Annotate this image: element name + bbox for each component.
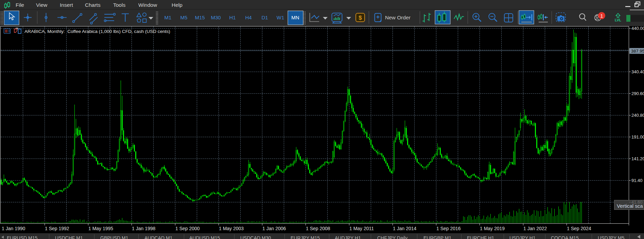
svg-text:M5: M5: [180, 15, 188, 20]
svg-text:USDCAD M30: USDCAD M30: [240, 235, 271, 239]
svg-text:1 Jan 2006: 1 Jan 2006: [262, 226, 286, 231]
svg-text:1 Sep 2016: 1 Sep 2016: [436, 226, 461, 231]
svg-text:H4: H4: [245, 15, 251, 20]
svg-text:EURUSD M15: EURUSD M15: [7, 235, 37, 239]
svg-text:LVL: LVL: [615, 18, 622, 22]
svg-text:EURJPY M15: EURJPY M15: [291, 235, 320, 239]
svg-text:M15: M15: [195, 15, 205, 20]
svg-text:$: $: [359, 15, 362, 21]
svg-text:H1: H1: [229, 15, 236, 20]
svg-text:141.20: 141.20: [631, 156, 644, 161]
svg-text:Help: Help: [172, 2, 182, 8]
svg-text:1 Jan 1998: 1 Jan 1998: [132, 226, 155, 231]
svg-text:D1: D1: [261, 15, 268, 20]
svg-text:1 May 1995: 1 May 1995: [88, 226, 113, 231]
svg-text:USDCHF M1: USDCHF M1: [55, 235, 83, 239]
svg-text:191.00: 191.00: [631, 134, 644, 140]
svg-text:Window: Window: [138, 2, 157, 8]
svg-text:W1: W1: [277, 15, 284, 20]
svg-text:91.40: 91.40: [631, 178, 643, 183]
svg-text:1 Jan 1990: 1 Jan 1990: [2, 226, 25, 231]
svg-text:1 Jan 2014: 1 Jan 2014: [393, 226, 416, 231]
svg-text:GBPUSD M1: GBPUSD M1: [100, 235, 128, 239]
svg-text:1 Sep 2000: 1 Sep 2000: [175, 226, 200, 231]
svg-text:USDJPY H1: USDJPY H1: [509, 235, 536, 239]
svg-text:EURGBP M1: EURGBP M1: [423, 235, 451, 239]
svg-text:Insert: Insert: [60, 2, 73, 8]
svg-text:COCOA M15: COCOA M15: [551, 235, 579, 239]
svg-text:M30: M30: [211, 15, 221, 20]
svg-text:240.80: 240.80: [631, 113, 644, 118]
svg-text:Charts: Charts: [85, 2, 101, 8]
svg-text:1 Sep 1992: 1 Sep 1992: [45, 226, 69, 231]
svg-text:Vertical sca: Vertical sca: [617, 203, 643, 209]
svg-text:View: View: [36, 2, 48, 8]
svg-text:New Order: New Order: [385, 15, 411, 20]
svg-text:Tools: Tools: [113, 2, 125, 8]
svg-text:1 May 2019: 1 May 2019: [480, 226, 505, 231]
svg-text:1 Sep 2008: 1 Sep 2008: [306, 226, 330, 231]
svg-text:USDJPY M5: USDJPY M5: [598, 235, 625, 239]
svg-text:MN: MN: [291, 15, 299, 20]
svg-text:M1: M1: [164, 15, 172, 20]
svg-text:290.60: 290.60: [631, 91, 644, 96]
svg-text:AUDUSD M15: AUDUSD M15: [189, 235, 220, 239]
svg-text:AUDCAD M1: AUDCAD M1: [144, 235, 173, 239]
svg-text:1: 1: [600, 13, 603, 19]
svg-text:File: File: [16, 2, 24, 8]
svg-text:387.95: 387.95: [631, 49, 644, 54]
svg-text:AUDJPY H1: AUDJPY H1: [335, 235, 361, 239]
svg-text:440.00: 440.00: [631, 26, 644, 31]
svg-text:1 Jan 2022: 1 Jan 2022: [523, 226, 547, 231]
svg-text:CHFJPY Daily: CHFJPY Daily: [377, 235, 407, 239]
svg-text:340.40: 340.40: [631, 69, 644, 74]
svg-text:1 Sep 2024: 1 Sep 2024: [567, 226, 591, 231]
svg-text:EURCHF H1: EURCHF H1: [467, 235, 494, 239]
svg-text:ARABICA, Monthly: Coffee Arab: ARABICA, Monthly: Coffee Arabica (1,000 …: [24, 29, 170, 34]
svg-text:1 May 2011: 1 May 2011: [349, 226, 374, 231]
svg-text:1 May 2003: 1 May 2003: [219, 226, 244, 231]
